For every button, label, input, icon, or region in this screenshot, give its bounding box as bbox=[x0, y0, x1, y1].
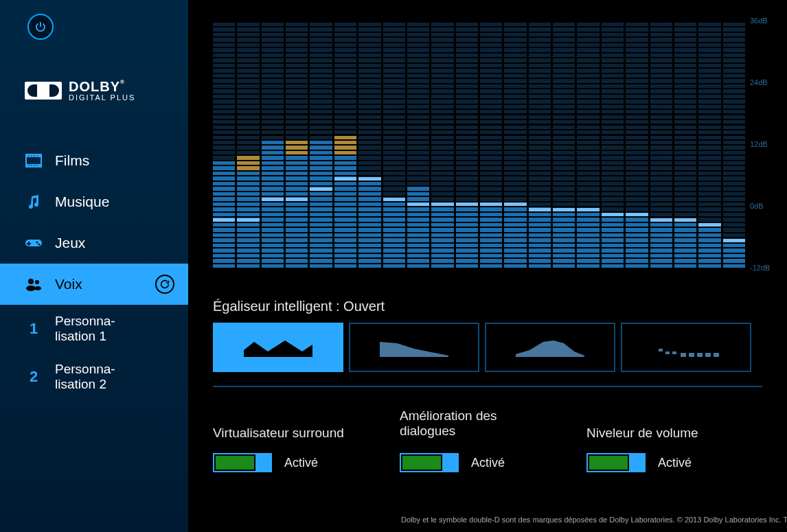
eq-band[interactable] bbox=[577, 21, 599, 268]
svg-rect-25 bbox=[672, 351, 676, 354]
logo-line2: DIGITAL PLUS bbox=[69, 94, 135, 102]
eq-marker bbox=[456, 203, 478, 206]
feature-title-dialogue: Amélioration des dialogues bbox=[400, 408, 551, 439]
sidebar: DOLBY® DIGITAL PLUS FilmsMusiqueJeuxVoix… bbox=[0, 0, 188, 532]
feature-row-volume: Activé bbox=[586, 453, 692, 472]
eq-band[interactable] bbox=[407, 21, 429, 268]
preset-shape-icon bbox=[516, 335, 584, 360]
svg-rect-28 bbox=[697, 353, 703, 357]
preset-rich[interactable] bbox=[349, 323, 479, 372]
svg-rect-6 bbox=[36, 156, 38, 157]
eq-db-label: -12dB bbox=[750, 264, 770, 272]
eq-marker bbox=[698, 223, 720, 227]
feature-title-volume: Niveleur de volume bbox=[586, 426, 698, 441]
eq-db-label: 0dB bbox=[750, 202, 764, 210]
equalizer-title: Égaliseur intelligent : Ouvert bbox=[213, 299, 385, 314]
eq-band[interactable] bbox=[431, 21, 453, 268]
eq-db-label: 12dB bbox=[750, 140, 768, 148]
sidebar-item-label: Voix bbox=[55, 276, 82, 292]
toggle-volume[interactable] bbox=[586, 453, 646, 472]
feature-row-surround: Activé bbox=[213, 453, 318, 472]
eq-band[interactable] bbox=[504, 21, 526, 268]
eq-marker bbox=[650, 218, 672, 222]
eq-band[interactable] bbox=[310, 21, 332, 268]
svg-rect-23 bbox=[659, 349, 663, 351]
eq-band[interactable] bbox=[553, 21, 575, 268]
svg-rect-13 bbox=[27, 243, 31, 244]
people-icon bbox=[25, 277, 43, 292]
eq-band[interactable] bbox=[237, 21, 259, 268]
sidebar-item-label: Jeux bbox=[55, 235, 85, 251]
power-icon bbox=[34, 21, 47, 33]
eq-band[interactable] bbox=[698, 21, 720, 268]
toggle-state-surround: Activé bbox=[284, 456, 318, 470]
sidebar-item-label: Films bbox=[55, 152, 89, 169]
eq-band[interactable] bbox=[650, 21, 672, 268]
gamepad-icon bbox=[25, 235, 43, 251]
preset-flat[interactable] bbox=[621, 323, 751, 372]
eq-band[interactable] bbox=[602, 21, 624, 268]
eq-band[interactable] bbox=[358, 21, 380, 268]
sidebar-item-perso2[interactable]: 2Personna-lisation 2 bbox=[0, 353, 188, 401]
preset-focused[interactable] bbox=[485, 323, 615, 372]
eq-band[interactable] bbox=[674, 21, 696, 268]
eq-marker bbox=[480, 203, 502, 206]
eq-marker bbox=[674, 218, 696, 222]
power-button[interactable] bbox=[27, 14, 54, 40]
svg-rect-7 bbox=[28, 165, 30, 166]
eq-band[interactable] bbox=[480, 21, 502, 268]
feature-title-surround: Virtualisateur surround bbox=[213, 426, 344, 441]
svg-rect-30 bbox=[714, 353, 719, 357]
eq-marker bbox=[577, 208, 599, 211]
svg-point-19 bbox=[34, 286, 41, 290]
eq-band[interactable] bbox=[383, 21, 405, 268]
eq-band[interactable] bbox=[529, 21, 551, 268]
toggle-state-volume: Activé bbox=[658, 456, 692, 470]
film-icon bbox=[25, 153, 43, 168]
main-panel: 36dB24dB12dB0dB-12dB Égaliseur intellige… bbox=[188, 0, 787, 532]
toggle-dialogue[interactable] bbox=[400, 453, 459, 472]
sidebar-item-films[interactable]: Films bbox=[0, 140, 188, 181]
toggle-surround[interactable] bbox=[213, 453, 272, 472]
svg-rect-8 bbox=[31, 165, 32, 166]
sidebar-item-musique[interactable]: Musique bbox=[0, 181, 188, 222]
eq-band[interactable] bbox=[456, 21, 478, 268]
svg-rect-4 bbox=[31, 156, 32, 157]
sidebar-item-label: Personna-lisation 1 bbox=[55, 314, 115, 344]
eq-marker bbox=[286, 198, 308, 201]
double-d-icon bbox=[25, 82, 62, 100]
eq-marker bbox=[626, 213, 648, 216]
svg-rect-26 bbox=[681, 353, 686, 357]
eq-marker bbox=[262, 198, 284, 201]
svg-rect-29 bbox=[705, 353, 711, 357]
eq-marker bbox=[358, 177, 380, 181]
sidebar-item-label: Musique bbox=[55, 194, 109, 210]
preset-open[interactable] bbox=[213, 323, 343, 372]
svg-point-15 bbox=[38, 244, 41, 246]
eq-band[interactable] bbox=[213, 21, 235, 268]
eq-band[interactable] bbox=[286, 21, 308, 268]
svg-rect-9 bbox=[34, 165, 35, 166]
svg-rect-3 bbox=[28, 156, 30, 157]
eq-band[interactable] bbox=[626, 21, 648, 268]
svg-point-14 bbox=[36, 242, 38, 244]
eq-db-label: 24dB bbox=[750, 78, 768, 86]
eq-band[interactable] bbox=[334, 21, 356, 268]
eq-marker bbox=[504, 203, 526, 206]
svg-marker-21 bbox=[380, 342, 448, 357]
nav-list: FilmsMusiqueJeuxVoix1Personna-lisation 1… bbox=[0, 140, 188, 401]
preset-number-icon: 2 bbox=[25, 368, 43, 386]
sidebar-item-perso1[interactable]: 1Personna-lisation 1 bbox=[0, 305, 188, 353]
preset-number-icon: 1 bbox=[25, 320, 43, 338]
music-icon bbox=[25, 194, 43, 209]
eq-band[interactable] bbox=[262, 21, 284, 268]
logo-line1: DOLBY bbox=[69, 79, 120, 94]
refresh-icon[interactable] bbox=[155, 275, 174, 294]
sidebar-item-voix[interactable]: Voix bbox=[0, 264, 188, 305]
eq-band[interactable] bbox=[723, 21, 745, 268]
eq-marker bbox=[529, 208, 551, 211]
sidebar-item-jeux[interactable]: Jeux bbox=[0, 222, 188, 264]
feature-row-dialogue: Activé bbox=[400, 453, 505, 472]
eq-marker bbox=[431, 203, 453, 206]
preset-shape-icon bbox=[652, 335, 720, 360]
